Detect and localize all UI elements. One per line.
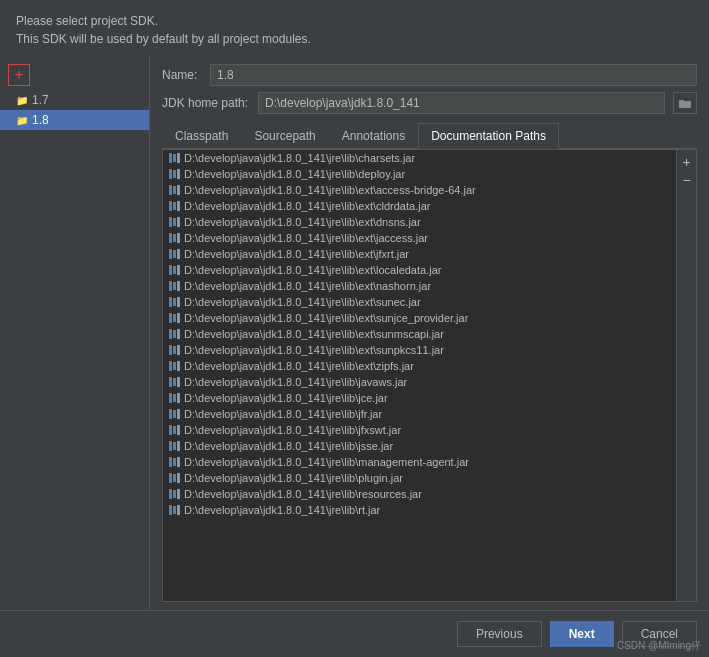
previous-button[interactable]: Previous — [457, 621, 542, 647]
jar-icon — [169, 169, 180, 179]
list-add-button[interactable]: + — [679, 154, 695, 170]
jar-path: D:\develop\java\jdk1.8.0_141\jre\lib\ext… — [184, 248, 409, 260]
jar-path: D:\develop\java\jdk1.8.0_141\jre\lib\ext… — [184, 344, 444, 356]
list-item[interactable]: D:\develop\java\jdk1.8.0_141\jre\lib\jfx… — [163, 422, 676, 438]
next-button[interactable]: Next — [550, 621, 614, 647]
jar-icon — [169, 281, 180, 291]
content-area: + 📁 1.7 📁 1.8 Name: JDK home path: — [0, 56, 709, 610]
jar-path: D:\develop\java\jdk1.8.0_141\jre\lib\ext… — [184, 232, 428, 244]
jar-path: D:\develop\java\jdk1.8.0_141\jre\lib\jfr… — [184, 408, 382, 420]
list-item[interactable]: D:\develop\java\jdk1.8.0_141\jre\lib\ext… — [163, 342, 676, 358]
sdk-item-label-1.8: 1.8 — [32, 113, 49, 127]
name-input[interactable] — [210, 64, 697, 86]
svg-rect-1 — [679, 100, 684, 102]
tabs-bar: Classpath Sourcepath Annotations Documen… — [162, 122, 697, 149]
list-item[interactable]: D:\develop\java\jdk1.8.0_141\jre\lib\ext… — [163, 214, 676, 230]
jar-icon — [169, 313, 180, 323]
list-item[interactable]: D:\develop\java\jdk1.8.0_141\jre\lib\cha… — [163, 150, 676, 166]
jar-icon — [169, 425, 180, 435]
sdk-folder-icon-1.8: 📁 — [16, 115, 28, 126]
tab-docpaths[interactable]: Documentation Paths — [418, 123, 559, 149]
dialog: Please select project SDK. This SDK will… — [0, 0, 709, 657]
sdk-folder-icon-1.7: 📁 — [16, 95, 28, 106]
list-item[interactable]: D:\develop\java\jdk1.8.0_141\jre\lib\jav… — [163, 374, 676, 390]
jar-icon — [169, 153, 180, 163]
tab-classpath[interactable]: Classpath — [162, 123, 241, 149]
name-row: Name: — [162, 64, 697, 86]
jar-icon — [169, 361, 180, 371]
list-item[interactable]: D:\develop\java\jdk1.8.0_141\jre\lib\jss… — [163, 438, 676, 454]
jar-path: D:\develop\java\jdk1.8.0_141\jre\lib\ext… — [184, 328, 444, 340]
list-remove-button[interactable]: − — [679, 172, 695, 188]
jar-icon — [169, 441, 180, 451]
list-item[interactable]: D:\develop\java\jdk1.8.0_141\jre\lib\rt.… — [163, 502, 676, 518]
jar-icon — [169, 185, 180, 195]
add-sdk-button[interactable]: + — [8, 64, 30, 86]
jar-path: D:\develop\java\jdk1.8.0_141\jre\lib\res… — [184, 488, 422, 500]
list-item[interactable]: D:\develop\java\jdk1.8.0_141\jre\lib\ext… — [163, 326, 676, 342]
jar-path: D:\develop\java\jdk1.8.0_141\jre\lib\ext… — [184, 216, 421, 228]
watermark: CSDN @MIming仔 — [617, 639, 701, 653]
jar-path: D:\develop\java\jdk1.8.0_141\jre\lib\jav… — [184, 376, 407, 388]
jar-icon — [169, 201, 180, 211]
jar-icon — [169, 505, 180, 515]
list-item[interactable]: D:\develop\java\jdk1.8.0_141\jre\lib\ext… — [163, 246, 676, 262]
message-line2: This SDK will be used by default by all … — [16, 30, 693, 48]
jar-path: D:\develop\java\jdk1.8.0_141\jre\lib\jss… — [184, 440, 393, 452]
sidebar: + 📁 1.7 📁 1.8 — [0, 56, 150, 610]
jar-icon — [169, 297, 180, 307]
list-item[interactable]: D:\develop\java\jdk1.8.0_141\jre\lib\jce… — [163, 390, 676, 406]
name-label: Name: — [162, 68, 202, 82]
list-item[interactable]: D:\develop\java\jdk1.8.0_141\jre\lib\ext… — [163, 294, 676, 310]
main-panel: Name: JDK home path: Classpath Sourcepat… — [150, 56, 709, 610]
jar-icon — [169, 217, 180, 227]
browse-folder-button[interactable] — [673, 92, 697, 114]
list-item[interactable]: D:\develop\java\jdk1.8.0_141\jre\lib\ext… — [163, 278, 676, 294]
jdk-label: JDK home path: — [162, 96, 250, 110]
jar-path: D:\develop\java\jdk1.8.0_141\jre\lib\cha… — [184, 152, 415, 164]
jar-path: D:\develop\java\jdk1.8.0_141\jre\lib\ext… — [184, 264, 441, 276]
jar-path: D:\develop\java\jdk1.8.0_141\jre\lib\ext… — [184, 280, 431, 292]
tab-annotations[interactable]: Annotations — [329, 123, 418, 149]
svg-rect-0 — [679, 101, 691, 108]
tab-sourcepath[interactable]: Sourcepath — [241, 123, 328, 149]
jar-icon — [169, 377, 180, 387]
sdk-item-1.8[interactable]: 📁 1.8 — [0, 110, 149, 130]
list-item[interactable]: D:\develop\java\jdk1.8.0_141\jre\lib\ext… — [163, 182, 676, 198]
jar-path: D:\develop\java\jdk1.8.0_141\jre\lib\jfx… — [184, 424, 401, 436]
jdk-path-input[interactable] — [258, 92, 665, 114]
jar-path: D:\develop\java\jdk1.8.0_141\jre\lib\ext… — [184, 312, 468, 324]
list-item[interactable]: D:\develop\java\jdk1.8.0_141\jre\lib\ext… — [163, 198, 676, 214]
list-item[interactable]: D:\develop\java\jdk1.8.0_141\jre\lib\jfr… — [163, 406, 676, 422]
jar-icon — [169, 265, 180, 275]
list-item[interactable]: D:\develop\java\jdk1.8.0_141\jre\lib\dep… — [163, 166, 676, 182]
list-item[interactable]: D:\develop\java\jdk1.8.0_141\jre\lib\ext… — [163, 310, 676, 326]
list-item[interactable]: D:\develop\java\jdk1.8.0_141\jre\lib\ext… — [163, 262, 676, 278]
jar-path: D:\develop\java\jdk1.8.0_141\jre\lib\rt.… — [184, 504, 380, 516]
list-actions: + − — [676, 150, 696, 601]
jar-icon — [169, 329, 180, 339]
jar-path: D:\develop\java\jdk1.8.0_141\jre\lib\ext… — [184, 184, 476, 196]
jar-path: D:\develop\java\jdk1.8.0_141\jre\lib\ext… — [184, 296, 421, 308]
top-message: Please select project SDK. This SDK will… — [0, 0, 709, 56]
jar-path: D:\develop\java\jdk1.8.0_141\jre\lib\man… — [184, 456, 469, 468]
message-line1: Please select project SDK. — [16, 12, 693, 30]
sdk-item-1.7[interactable]: 📁 1.7 — [0, 90, 149, 110]
list-item[interactable]: D:\develop\java\jdk1.8.0_141\jre\lib\man… — [163, 454, 676, 470]
list-item[interactable]: D:\develop\java\jdk1.8.0_141\jre\lib\res… — [163, 486, 676, 502]
jar-path: D:\develop\java\jdk1.8.0_141\jre\lib\jce… — [184, 392, 388, 404]
list-item[interactable]: D:\develop\java\jdk1.8.0_141\jre\lib\ext… — [163, 230, 676, 246]
list-container: D:\develop\java\jdk1.8.0_141\jre\lib\cha… — [162, 149, 697, 602]
jar-icon — [169, 233, 180, 243]
bottom-bar: Previous Next Cancel — [0, 610, 709, 657]
jar-icon — [169, 457, 180, 467]
jar-icon — [169, 473, 180, 483]
sdk-item-label-1.7: 1.7 — [32, 93, 49, 107]
jar-path: D:\develop\java\jdk1.8.0_141\jre\lib\plu… — [184, 472, 403, 484]
list-item[interactable]: D:\develop\java\jdk1.8.0_141\jre\lib\plu… — [163, 470, 676, 486]
jar-path: D:\develop\java\jdk1.8.0_141\jre\lib\dep… — [184, 168, 405, 180]
jar-icon — [169, 249, 180, 259]
list-item[interactable]: D:\develop\java\jdk1.8.0_141\jre\lib\ext… — [163, 358, 676, 374]
jar-path: D:\develop\java\jdk1.8.0_141\jre\lib\ext… — [184, 360, 414, 372]
jdk-row: JDK home path: — [162, 92, 697, 114]
